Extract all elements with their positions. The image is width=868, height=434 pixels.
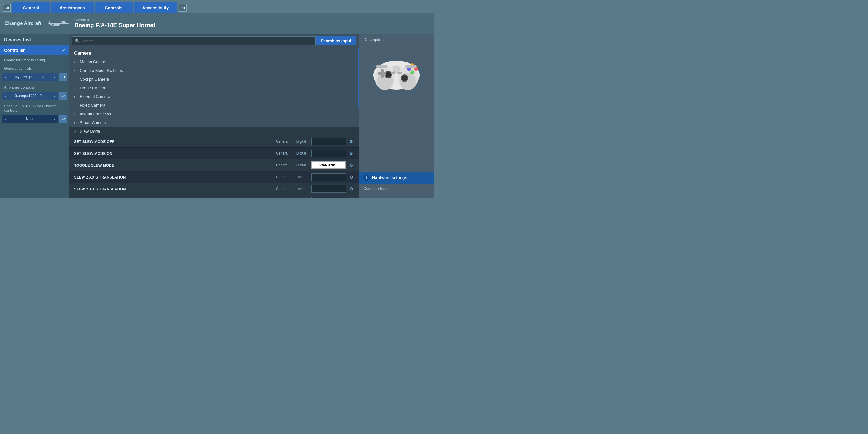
fixed-camera-label: Fixed Camera xyxy=(80,103,105,107)
general-preset-row: ‹ My new general pro › ⚙ xyxy=(0,72,69,82)
right-panel: Description xyxy=(359,34,434,197)
search-bar: 🔍 Search by input xyxy=(69,34,359,48)
chevron-icon: › xyxy=(74,103,78,107)
sidebar-item-controller[interactable]: Controller ✓ xyxy=(0,45,69,55)
sp-next-btn[interactable]: › xyxy=(54,117,55,121)
chevron-icon: › xyxy=(74,60,78,64)
chevron-icon: › xyxy=(74,78,78,81)
category-instrument-views[interactable]: › Instrument Views xyxy=(69,110,359,118)
table-row[interactable]: SLEW ROLL AXIS General Axis ⚙ xyxy=(69,195,359,197)
chevron-icon: › xyxy=(74,95,78,98)
search-input[interactable] xyxy=(82,39,312,43)
change-aircraft-button[interactable]: Change Aircraft xyxy=(5,21,41,26)
hardware-settings-label: Hardware settings xyxy=(372,175,407,180)
svg-point-17 xyxy=(402,75,407,81)
binding-key[interactable] xyxy=(311,150,346,157)
search-by-input-button[interactable]: Search by input xyxy=(316,36,356,45)
airplanes-preset-gear[interactable]: ⚙ xyxy=(59,92,67,100)
plane-icon xyxy=(45,18,70,29)
ap-next-btn[interactable]: › xyxy=(54,94,55,98)
binding-gear-icon[interactable]: ⚙ xyxy=(348,175,354,179)
category-drone-camera[interactable]: › Drone Camera xyxy=(69,84,359,92)
controller-image xyxy=(366,48,427,94)
tab-controls[interactable]: Controls xyxy=(95,2,132,13)
tab-accessibility[interactable]: Accessibility xyxy=(134,2,178,13)
specific-preset-selector[interactable]: ‹ None › xyxy=(2,115,58,123)
top-nav: LB General Assistances Controls Accessib… xyxy=(0,0,434,13)
svg-marker-4 xyxy=(50,24,53,26)
bindings-list: Camera › Motion Control › Camera Mode Sw… xyxy=(69,48,359,197)
specific-preset-row: ‹ None › ⚙ xyxy=(0,114,69,124)
svg-marker-3 xyxy=(53,23,61,26)
control-listener-label: Control listener xyxy=(363,186,389,191)
table-row[interactable]: SLEW Y AXIS TRANSLATION General Axis ⚙ xyxy=(69,183,359,195)
airplanes-preset-selector[interactable]: ‹ Gamepad 2024 Plar › xyxy=(2,92,58,100)
binding-gear-icon[interactable]: ⚙ xyxy=(348,187,354,191)
camera-category-header: Camera xyxy=(69,48,359,58)
general-preset-selector[interactable]: ‹ My new general pro › xyxy=(2,73,58,81)
category-motion-control[interactable]: › Motion Control xyxy=(69,58,359,66)
search-input-wrap: 🔍 xyxy=(72,36,316,45)
table-row[interactable]: SLEW Z AXIS TRANSLATION General Axis ⚙ xyxy=(69,171,359,183)
next-btn[interactable]: › xyxy=(54,75,55,79)
tab-general[interactable]: General xyxy=(12,2,50,13)
ap-prev-btn[interactable]: ‹ xyxy=(5,94,6,98)
current-plane-info: Current plane Boeing F/A-18E Super Horne… xyxy=(74,18,155,29)
category-external-camera[interactable]: › External Camera xyxy=(69,92,359,101)
sidebar: Devices List Controller ✓ Controller pre… xyxy=(0,34,69,197)
svg-rect-24 xyxy=(376,65,388,68)
binding-gear-icon[interactable]: ⚙ xyxy=(348,151,354,156)
table-row[interactable]: TOGGLE SLEW MODE General Digital SCANNIN… xyxy=(69,159,359,171)
binding-key[interactable] xyxy=(311,138,346,145)
svg-point-13 xyxy=(394,67,399,72)
category-slew-mode[interactable]: ∧ Slew Mode xyxy=(69,127,359,136)
general-preset-value: My new general pro xyxy=(15,75,45,79)
svg-rect-27 xyxy=(398,72,402,74)
specific-controls-label: Specific F/A-18E Super Hornet controls xyxy=(0,101,69,114)
svg-marker-5 xyxy=(61,22,66,23)
aircraft-image xyxy=(45,18,71,29)
binding-type: General xyxy=(273,140,291,144)
category-camera-mode-switches[interactable]: › Camera Mode Switches xyxy=(69,66,359,75)
aircraft-banner: Change Aircraft Current plane Boeing F/A… xyxy=(0,13,434,34)
chevron-icon: › xyxy=(74,86,78,90)
lb-button[interactable]: LB xyxy=(3,4,11,12)
binding-input-type: Digital xyxy=(293,163,309,167)
category-fixed-camera[interactable]: › Fixed Camera xyxy=(69,101,359,110)
sidebar-title: Devices List xyxy=(0,36,69,45)
category-smart-camera[interactable]: › Smart Camera xyxy=(69,118,359,127)
svg-marker-1 xyxy=(67,23,70,24)
svg-marker-2 xyxy=(48,21,50,23)
category-cockpit-camera[interactable]: › Cockpit Camera xyxy=(69,75,359,84)
airplanes-preset-value: Gamepad 2024 Plar xyxy=(14,94,45,98)
table-row[interactable]: SET SLEW MODE OFF General Digital ⚙ xyxy=(69,136,359,148)
binding-key-scanning[interactable]: SCANNING ... xyxy=(311,161,346,169)
binding-key[interactable] xyxy=(311,185,346,193)
binding-type: General xyxy=(273,163,291,167)
chevron-icon: › xyxy=(74,69,78,72)
chevron-icon: › xyxy=(74,112,78,116)
binding-gear-icon[interactable]: ⚙ xyxy=(348,139,354,144)
hardware-settings-button[interactable]: ℹ Hardware settings xyxy=(359,172,434,184)
rb-button[interactable]: RB xyxy=(179,4,187,12)
binding-gear-icon[interactable]: ⚙ xyxy=(348,163,354,167)
controller-label: Controller xyxy=(4,48,25,53)
general-preset-gear[interactable]: ⚙ xyxy=(59,73,67,81)
svg-point-15 xyxy=(386,72,391,77)
sp-prev-btn[interactable]: ‹ xyxy=(5,117,6,121)
specific-preset-gear[interactable]: ⚙ xyxy=(59,115,67,123)
table-row[interactable]: SET SLEW MODE ON General Digital ⚙ xyxy=(69,148,359,159)
airplanes-preset-row: ‹ Gamepad 2024 Plar › ⚙ xyxy=(0,91,69,101)
description-label: Description xyxy=(359,34,388,42)
binding-key[interactable] xyxy=(311,173,346,181)
binding-name: SLEW Y AXIS TRANSLATION xyxy=(74,187,271,191)
general-controls-label: General controls xyxy=(0,63,69,72)
main-content: Devices List Controller ✓ Controller pre… xyxy=(0,34,434,197)
binding-key[interactable] xyxy=(311,197,346,197)
cockpit-camera-label: Cockpit Camera xyxy=(80,77,109,82)
slew-mode-label: Slew Mode xyxy=(80,129,100,134)
prev-btn[interactable]: ‹ xyxy=(5,75,6,79)
svg-rect-26 xyxy=(391,72,395,74)
svg-point-20 xyxy=(410,70,414,74)
tab-assistances[interactable]: Assistances xyxy=(51,2,94,13)
